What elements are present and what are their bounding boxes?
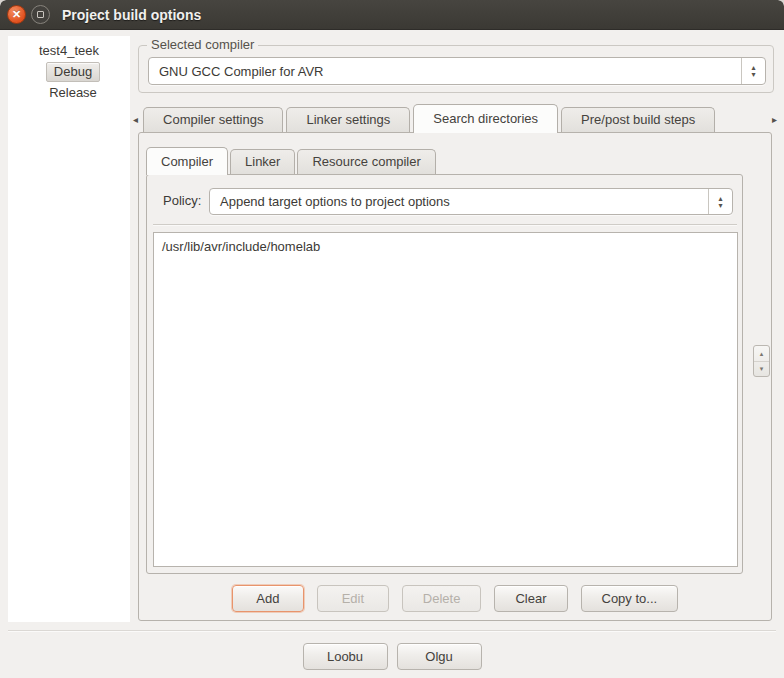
restore-button[interactable] [31, 5, 50, 24]
ok-button[interactable]: Olgu [397, 643, 482, 670]
delete-button[interactable]: Delete [402, 585, 482, 612]
selected-compiler-label: Selected compiler [147, 37, 258, 52]
copy-to-button[interactable]: Copy to... [581, 585, 679, 612]
subtab-resource-compiler[interactable]: Resource compiler [297, 149, 435, 174]
subtab-linker[interactable]: Linker [230, 149, 295, 174]
clear-button[interactable]: Clear [494, 585, 567, 612]
sub-tabbar: Compiler Linker Resource compiler [146, 146, 438, 174]
compiler-select-spinner[interactable]: ▴ ▾ [741, 58, 765, 84]
spin-down-icon[interactable]: ▾ [754, 362, 769, 377]
tree-item-debug[interactable]: Debug [46, 61, 100, 83]
close-icon: ✕ [12, 9, 21, 20]
spin-down-icon: ▾ [751, 71, 755, 78]
tab-prepost-build-steps[interactable]: Pre/post build steps [561, 107, 715, 132]
compiler-subpage: Policy: Append target options to project… [146, 174, 743, 574]
subtab-compiler[interactable]: Compiler [146, 147, 228, 175]
dialog-separator [8, 630, 776, 632]
build-targets-tree[interactable]: test4_teek Debug Release [8, 36, 130, 622]
compiler-select-value: GNU GCC Compiler for AVR [149, 64, 741, 79]
policy-select[interactable]: Append target options to project options… [209, 188, 733, 215]
policy-select-value: Append target options to project options [210, 194, 708, 209]
selected-compiler-group: Selected compiler GNU GCC Compiler for A… [138, 45, 774, 93]
directories-list[interactable]: /usr/lib/avr/include/homelab [153, 232, 738, 567]
tab-compiler-settings[interactable]: Compiler settings [143, 107, 283, 132]
edit-button[interactable]: Edit [317, 585, 389, 612]
restore-icon [37, 11, 44, 18]
list-button-row: Add Edit Delete Clear Copy to... [139, 585, 771, 612]
dialog-button-row: Loobu Olgu [0, 643, 784, 670]
spin-down-icon: ▾ [718, 202, 722, 209]
close-button[interactable]: ✕ [7, 5, 26, 24]
tab-scroll-right-icon[interactable]: ▸ [770, 114, 779, 132]
add-button[interactable]: Add [232, 585, 304, 612]
spin-up-icon[interactable]: ▴ [754, 346, 769, 362]
titlebar[interactable]: ✕ Project build options [0, 0, 784, 30]
tree-item-project[interactable]: test4_teek [39, 41, 99, 61]
side-spin-button[interactable]: ▴ ▾ [753, 345, 770, 377]
compiler-select[interactable]: GNU GCC Compiler for AVR ▴ ▾ [148, 57, 766, 85]
policy-label: Policy: [163, 193, 201, 208]
policy-separator [153, 224, 737, 226]
tab-scroll-left-icon[interactable]: ◂ [131, 114, 140, 132]
policy-row: Policy: Append target options to project… [147, 188, 742, 215]
project-build-options-dialog: ✕ Project build options test4_teek Debug… [0, 0, 784, 678]
tree-item-debug-label: Debug [46, 62, 100, 82]
tree-item-release[interactable]: Release [49, 83, 97, 103]
search-directories-page: Compiler Linker Resource compiler Policy… [138, 132, 772, 621]
cancel-button[interactable]: Loobu [303, 643, 388, 670]
main-tabbar: ◂ Compiler settings Linker settings Sear… [131, 103, 779, 132]
list-item[interactable]: /usr/lib/avr/include/homelab [154, 233, 737, 257]
window-title: Project build options [62, 7, 201, 23]
tab-search-directories[interactable]: Search directories [413, 104, 558, 133]
policy-select-spinner[interactable]: ▴ ▾ [708, 189, 732, 214]
tab-linker-settings[interactable]: Linker settings [286, 107, 410, 132]
